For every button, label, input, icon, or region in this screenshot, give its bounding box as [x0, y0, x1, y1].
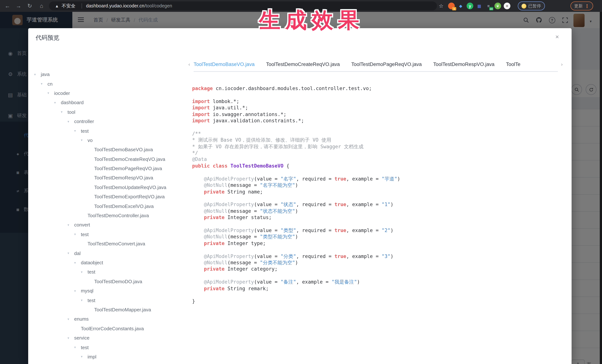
tree-folder-vo[interactable]: ▾vo	[31, 135, 187, 145]
tree-file-ToolTestDemoDO.java[interactable]: ToolTestDemoDO.java	[31, 277, 187, 286]
tree-folder-tool[interactable]: ▾tool	[31, 107, 187, 117]
paused-label: 已暂停	[528, 3, 541, 9]
tree-file-ToolTestDemoRespVO.java[interactable]: ToolTestDemoRespVO.java	[31, 173, 187, 183]
tree-folder-controller[interactable]: ▾controller	[31, 117, 187, 126]
tree-file-ToolTestDemoCreateReqVO.java[interactable]: ToolTestDemoCreateReqVO.java	[31, 154, 187, 164]
tree-expand-icon[interactable]: ▾	[74, 129, 81, 133]
tree-file-ToolTestDemoController.java[interactable]: ToolTestDemoController.java	[31, 211, 187, 220]
extension-puzzle-icon[interactable]: +	[504, 3, 510, 9]
tree-expand-icon[interactable]: ▾	[81, 138, 87, 142]
tab-0[interactable]: ToolTestDemoBaseVO.java	[194, 59, 255, 71]
chrome-update-button[interactable]: 更新 ⋮	[570, 1, 593, 10]
tree-folder-cn[interactable]: ▾cn	[31, 79, 187, 89]
code-line	[192, 247, 563, 253]
tree-folder-test[interactable]: ▾test	[31, 296, 187, 305]
tree-expand-icon[interactable]: ▾	[61, 110, 67, 114]
tree-folder-test[interactable]: ▾test	[31, 343, 187, 352]
code-line: @NotNull(message = "类型不能为空")	[192, 234, 563, 240]
tree-folder-java[interactable]: ▾java	[31, 70, 187, 79]
code-line: @ApiModelProperty(value = "状态", required…	[192, 201, 563, 208]
code-line	[192, 92, 563, 98]
tree-folder-mysql[interactable]: ▾mysql	[31, 286, 187, 296]
bookmark-star-icon[interactable]: ☆	[439, 0, 443, 12]
browser-menu-icon[interactable]: ⋮	[585, 3, 589, 9]
tree-expand-icon[interactable]: ▾	[67, 251, 74, 255]
code-line: @NotNull(message = "状态不能为空")	[192, 208, 563, 214]
code-line: @NotNull(message = "名字不能为空")	[192, 182, 563, 188]
code-line: @NotNull(message = "分类不能为空")	[192, 260, 563, 266]
profile-emoji-icon	[522, 3, 526, 8]
extension-ubuntu-icon[interactable]: 1	[448, 3, 455, 9]
page-url[interactable]: dashboard.yudao.iocoder.cn/tool/codegen	[86, 1, 172, 10]
security-label[interactable]: 不安全	[62, 1, 75, 10]
browser-back-icon[interactable]: ←	[3, 0, 12, 12]
code-line: import lombok.*;	[192, 98, 563, 105]
tree-expand-icon[interactable]: ▾	[74, 345, 81, 349]
code-view[interactable]: package cn.iocoder.dashboard.modules.too…	[192, 85, 563, 305]
tree-file-ToolTestDemoUpdateReqVO.java[interactable]: ToolTestDemoUpdateReqVO.java	[31, 183, 187, 192]
browser-forward-icon[interactable]: →	[14, 0, 23, 12]
tree-file-ToolErrorCodeConstants.java[interactable]: ToolErrorCodeConstants.java	[31, 324, 187, 333]
page-scrollbar[interactable]	[600, 12, 602, 364]
tree-folder-test[interactable]: ▾test	[31, 267, 187, 277]
tree-folder-test[interactable]: ▾test	[31, 230, 187, 239]
tree-expand-icon[interactable]: ▾	[74, 289, 81, 293]
tree-expand-icon[interactable]: ▾	[34, 73, 41, 76]
extension-gem-icon[interactable]: ◆	[457, 3, 464, 9]
tree-folder-iocoder[interactable]: ▾iocoder	[31, 89, 187, 98]
profile-paused-pill[interactable]: 已暂停	[518, 1, 545, 10]
tree-expand-icon[interactable]: ▾	[74, 261, 81, 264]
tree-expand-icon[interactable]: ▾	[41, 82, 47, 86]
tree-expand-icon[interactable]: ▾	[67, 223, 74, 227]
tree-expand-icon[interactable]: ▾	[67, 120, 74, 123]
tree-folder-impl[interactable]: ▾impl	[31, 352, 187, 361]
update-label: 更新	[574, 3, 583, 9]
tree-expand-icon[interactable]: ▾	[67, 317, 74, 321]
code-line: */	[192, 150, 563, 156]
tree-folder-enums[interactable]: ▾enums	[31, 314, 187, 324]
tree-file-ToolTestDemoExcelVO.java[interactable]: ToolTestDemoExcelVO.java	[31, 201, 187, 211]
extension-plant-icon[interactable]: ❦	[494, 3, 501, 9]
tab-2[interactable]: ToolTestDemoPageReqVO.java	[351, 59, 422, 71]
browser-reload-icon[interactable]: ↻	[25, 0, 34, 12]
code-line: @ApiModelProperty(value = "备注", example …	[192, 279, 563, 285]
security-warning-icon: ▲	[55, 1, 59, 10]
file-tree: ▾java▾cn▾iocoder▾dashboard▾tool▾controll…	[31, 70, 187, 364]
tree-expand-icon[interactable]: ▾	[54, 101, 61, 104]
close-icon[interactable]: ×	[555, 33, 559, 41]
code-preview-dialog: 代码预览 × ▾java▾cn▾iocoder▾dashboard▾tool▾c…	[28, 28, 572, 364]
tree-folder-test[interactable]: ▾test	[31, 126, 187, 136]
tree-expand-icon[interactable]: ▾	[74, 233, 81, 236]
tree-expand-icon[interactable]: ▾	[81, 355, 87, 359]
tab-3[interactable]: ToolTestDemoRespVO.java	[433, 59, 494, 71]
browser-home-icon[interactable]: ⌂	[37, 0, 46, 12]
tree-folder-service[interactable]: ▾service	[31, 333, 187, 343]
tabs-next-icon[interactable]: ›	[561, 62, 563, 67]
tree-folder-convert[interactable]: ▾convert	[31, 220, 187, 230]
code-line	[192, 221, 563, 227]
tabs-prev-icon[interactable]: ‹	[188, 62, 190, 67]
tab-4[interactable]: ToolTe	[506, 59, 520, 71]
code-line: @ApiModelProperty(value = "分类", required…	[192, 253, 563, 260]
tab-1[interactable]: ToolTestDemoCreateReqVO.java	[266, 59, 340, 71]
tree-file-ToolTestDemoConvert.java[interactable]: ToolTestDemoConvert.java	[31, 239, 187, 249]
tree-expand-icon[interactable]: ▾	[81, 270, 87, 274]
tree-file-ToolTestDemoPageReqVO.java[interactable]: ToolTestDemoPageReqVO.java	[31, 164, 187, 173]
extension-yuque-icon[interactable]: y	[467, 3, 473, 9]
extension-switch-icon[interactable]: ≡on	[485, 3, 492, 9]
tree-folder-dashboard[interactable]: ▾dashboard	[31, 98, 187, 107]
annotation-text: 生成效果	[259, 6, 364, 35]
tree-file-ToolTestDemoBaseVO.java[interactable]: ToolTestDemoBaseVO.java	[31, 145, 187, 154]
tree-folder-dataobject[interactable]: ▾dataobject	[31, 258, 187, 267]
extension-grid-icon[interactable]: ▦	[476, 3, 483, 9]
tree-file-ToolTestDemoServiceImpl.java[interactable]: ToolTestDemoServiceImpl.java	[31, 361, 187, 364]
tree-expand-icon[interactable]: ▾	[67, 336, 74, 340]
tree-folder-dal[interactable]: ▾dal	[31, 249, 187, 258]
tree-file-ToolTestDemoExportReqVO.java[interactable]: ToolTestDemoExportReqVO.java	[31, 192, 187, 201]
extension-icons: 1◆y▦≡on❦+	[448, 0, 510, 12]
tree-expand-icon[interactable]: ▾	[81, 298, 87, 302]
tree-file-ToolTestDemoMapper.java[interactable]: ToolTestDemoMapper.java	[31, 305, 187, 314]
address-bar[interactable]: ▲ 不安全 dashboard.yudao.iocoder.cn/tool/co…	[49, 1, 437, 10]
tree-expand-icon[interactable]: ▾	[47, 91, 54, 95]
code-line	[192, 124, 563, 130]
